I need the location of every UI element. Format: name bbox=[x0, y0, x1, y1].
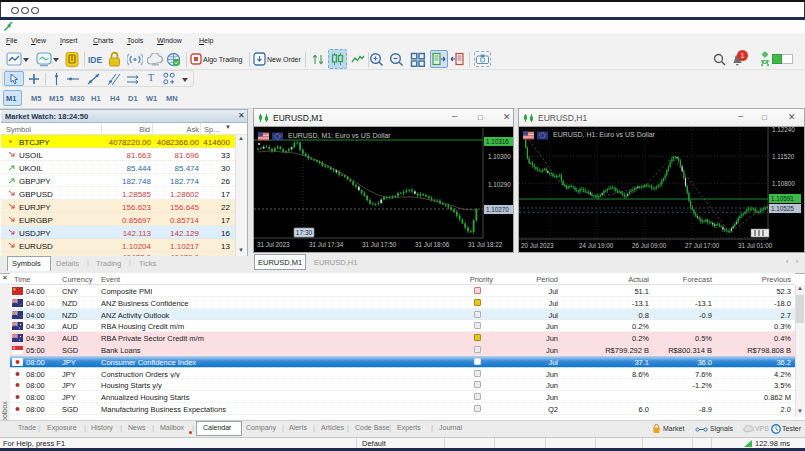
svg-text:26 Jul 09:00: 26 Jul 09:00 bbox=[632, 242, 667, 249]
svg-text:27 Jul 17:00: 27 Jul 17:00 bbox=[685, 242, 720, 249]
svg-text:31 Jul 18:06: 31 Jul 18:06 bbox=[415, 241, 450, 248]
svg-text:31 Jul 2023: 31 Jul 2023 bbox=[257, 241, 290, 248]
svg-text:1.10591: 1.10591 bbox=[771, 195, 794, 202]
svg-text:1.10300: 1.10300 bbox=[488, 153, 511, 160]
svg-text:31 Jul 18:22: 31 Jul 18:22 bbox=[468, 241, 503, 248]
svg-text:1.12240: 1.12240 bbox=[772, 127, 795, 133]
svg-text:1.11520: 1.11520 bbox=[772, 153, 795, 160]
svg-text:31 Jul 17:50: 31 Jul 17:50 bbox=[362, 241, 397, 248]
svg-text:1.10800: 1.10800 bbox=[772, 180, 795, 187]
svg-text:31 Jul 17:34: 31 Jul 17:34 bbox=[309, 241, 344, 248]
svg-text:1.10270: 1.10270 bbox=[486, 206, 509, 213]
svg-text:31 Jul 01:00: 31 Jul 01:00 bbox=[738, 242, 773, 249]
svg-text:1.10316: 1.10316 bbox=[486, 138, 509, 145]
svg-text:17:30: 17:30 bbox=[296, 229, 313, 236]
svg-text:20 Jul 2023: 20 Jul 2023 bbox=[521, 242, 554, 249]
svg-text:1.10290: 1.10290 bbox=[488, 181, 511, 188]
svg-text:1.10525: 1.10525 bbox=[771, 205, 794, 212]
svg-text:24 Jul 19:00: 24 Jul 19:00 bbox=[579, 242, 614, 249]
